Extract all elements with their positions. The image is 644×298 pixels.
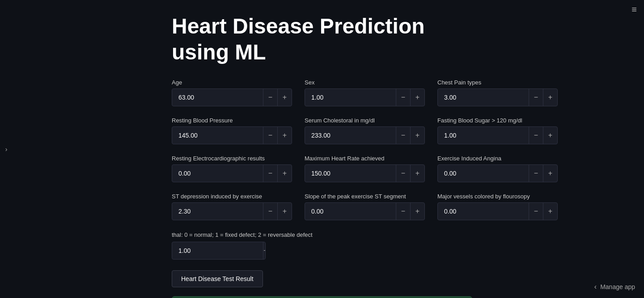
field-input-chest_pain[interactable]	[438, 89, 529, 105]
field-label-resting_ecg: Resting Electrocardiographic results	[172, 155, 292, 162]
field-increment-major_vessels[interactable]: +	[543, 203, 557, 220]
thal-input[interactable]	[172, 243, 263, 259]
field-increment-resting_bp[interactable]: +	[277, 127, 292, 144]
field-increment-st_depression[interactable]: +	[277, 203, 292, 220]
field-decrement-age[interactable]: −	[263, 89, 277, 106]
field-label-slope: Slope of the peak exercise ST segment	[305, 193, 425, 200]
thal-field-group: thal: 0 = normal; 1 = fixed defect; 2 = …	[172, 231, 472, 260]
field-increment-resting_ecg[interactable]: +	[277, 165, 292, 182]
field-group-fasting_blood_sugar: Fasting Blood Sugar > 120 mg/dl−+	[437, 117, 558, 144]
field-input-exercise_angina[interactable]	[438, 165, 529, 181]
field-label-age: Age	[172, 79, 292, 86]
field-label-serum_cholestoral: Serum Cholestoral in mg/dl	[305, 117, 425, 124]
field-input-major_vessels[interactable]	[438, 203, 529, 219]
field-increment-chest_pain[interactable]: +	[543, 89, 557, 106]
thal-decrement-button[interactable]: −	[263, 242, 266, 259]
field-input-row-slope: −+	[305, 202, 425, 220]
field-label-st_depression: ST depression induced by exercise	[172, 193, 292, 200]
field-input-slope[interactable]	[305, 203, 396, 219]
result-box: The person is having heart disease	[172, 296, 472, 298]
field-input-row-max_heart_rate: −+	[305, 164, 425, 182]
thal-input-row: − +	[172, 242, 266, 260]
field-input-row-st_depression: −+	[172, 202, 292, 220]
field-input-sex[interactable]	[305, 89, 396, 105]
field-input-row-sex: −+	[305, 88, 425, 106]
field-group-resting_bp: Resting Blood Pressure−+	[172, 117, 292, 144]
field-decrement-max_heart_rate[interactable]: −	[396, 165, 410, 182]
field-input-max_heart_rate[interactable]	[305, 165, 396, 181]
field-increment-serum_cholestoral[interactable]: +	[410, 127, 424, 144]
field-group-sex: Sex−+	[305, 79, 425, 106]
field-input-fasting_blood_sugar[interactable]	[438, 127, 529, 143]
field-group-age: Age−+	[172, 79, 292, 106]
hamburger-icon: ≡	[631, 4, 637, 14]
field-input-resting_bp[interactable]	[172, 127, 263, 143]
field-decrement-chest_pain[interactable]: −	[529, 89, 543, 106]
field-input-row-serum_cholestoral: −+	[305, 126, 425, 144]
field-group-serum_cholestoral: Serum Cholestoral in mg/dl−+	[305, 117, 425, 144]
field-input-row-chest_pain: −+	[437, 88, 558, 106]
field-input-serum_cholestoral[interactable]	[305, 127, 396, 143]
field-decrement-resting_ecg[interactable]: −	[263, 165, 277, 182]
field-input-row-exercise_angina: −+	[437, 164, 558, 182]
field-group-resting_ecg: Resting Electrocardiographic results−+	[172, 155, 292, 182]
field-decrement-sex[interactable]: −	[396, 89, 410, 106]
field-label-max_heart_rate: Maximum Heart Rate achieved	[305, 155, 425, 162]
field-increment-exercise_angina[interactable]: +	[543, 165, 557, 182]
field-group-st_depression: ST depression induced by exercise−+	[172, 193, 292, 220]
field-label-exercise_angina: Exercise Induced Angina	[437, 155, 558, 162]
chevron-right-icon: ›	[5, 146, 8, 153]
field-label-resting_bp: Resting Blood Pressure	[172, 117, 292, 124]
field-input-age[interactable]	[172, 89, 263, 105]
field-decrement-fasting_blood_sugar[interactable]: −	[529, 127, 543, 144]
page-title: Heart Disease Prediction using ML	[172, 13, 472, 65]
field-increment-slope[interactable]: +	[410, 203, 424, 220]
field-increment-sex[interactable]: +	[410, 89, 424, 106]
field-group-slope: Slope of the peak exercise ST segment−+	[305, 193, 425, 220]
field-decrement-exercise_angina[interactable]: −	[529, 165, 543, 182]
menu-icon[interactable]: ≡	[631, 4, 637, 15]
sidebar-toggle[interactable]: ›	[0, 139, 13, 160]
field-input-row-age: −+	[172, 88, 292, 106]
field-decrement-slope[interactable]: −	[396, 203, 410, 220]
bottom-bar[interactable]: ‹ Manage app	[585, 276, 644, 298]
field-label-chest_pain: Chest Pain types	[437, 79, 558, 86]
field-input-row-fasting_blood_sugar: −+	[437, 126, 558, 144]
field-input-row-major_vessels: −+	[437, 202, 558, 220]
chevron-left-icon: ‹	[594, 283, 597, 291]
manage-app-label: Manage app	[600, 283, 635, 290]
thal-label: thal: 0 = normal; 1 = fixed defect; 2 = …	[172, 231, 472, 239]
field-group-max_heart_rate: Maximum Heart Rate achieved−+	[305, 155, 425, 182]
field-input-row-resting_bp: −+	[172, 126, 292, 144]
field-input-st_depression[interactable]	[172, 203, 263, 219]
field-group-major_vessels: Major vessels colored by flourosopy−+	[437, 193, 558, 220]
main-content: Heart Disease Prediction using ML Age−+S…	[0, 0, 644, 298]
field-decrement-serum_cholestoral[interactable]: −	[396, 127, 410, 144]
field-decrement-st_depression[interactable]: −	[263, 203, 277, 220]
fields-grid: Age−+Sex−+Chest Pain types−+Resting Bloo…	[172, 79, 472, 220]
field-increment-age[interactable]: +	[277, 89, 292, 106]
field-label-major_vessels: Major vessels colored by flourosopy	[437, 193, 558, 200]
field-increment-fasting_blood_sugar[interactable]: +	[543, 127, 557, 144]
field-label-sex: Sex	[305, 79, 425, 86]
heart-disease-test-result-button[interactable]: Heart Disease Test Result	[172, 270, 263, 287]
field-decrement-resting_bp[interactable]: −	[263, 127, 277, 144]
field-group-exercise_angina: Exercise Induced Angina−+	[437, 155, 558, 182]
field-label-fasting_blood_sugar: Fasting Blood Sugar > 120 mg/dl	[437, 117, 558, 124]
field-increment-max_heart_rate[interactable]: +	[410, 165, 424, 182]
field-input-row-resting_ecg: −+	[172, 164, 292, 182]
field-input-resting_ecg[interactable]	[172, 165, 263, 181]
field-group-chest_pain: Chest Pain types−+	[437, 79, 558, 106]
field-decrement-major_vessels[interactable]: −	[529, 203, 543, 220]
